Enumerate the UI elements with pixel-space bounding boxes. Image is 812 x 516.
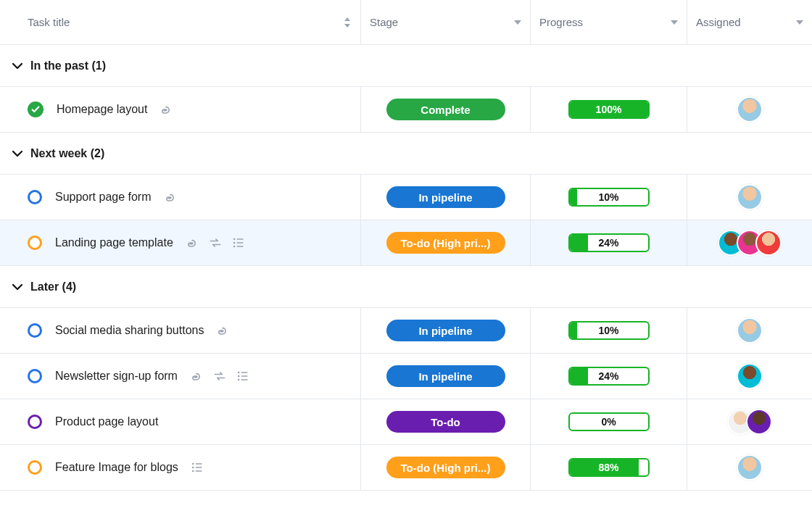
status-circle-icon[interactable]: [28, 236, 42, 250]
task-row[interactable]: Newsletter sign-up form In pipeline 24%: [0, 354, 812, 399]
chevron-down-icon[interactable]: [12, 148, 23, 159]
subtasks-icon: [190, 460, 204, 475]
task-name[interactable]: Social media sharing buttons: [55, 324, 204, 337]
status-circle-icon[interactable]: [28, 323, 42, 338]
task-row[interactable]: Product page layout To-do 0%: [0, 399, 812, 445]
group-label: Later (4): [30, 280, 76, 294]
column-header-title[interactable]: Task title: [0, 0, 361, 44]
task-progress-cell: 100%: [531, 87, 687, 132]
progress-bar[interactable]: 0%: [568, 412, 650, 431]
task-name[interactable]: Support page form: [55, 191, 152, 204]
status-circle-icon[interactable]: [28, 460, 42, 475]
stage-pill[interactable]: In pipeline: [386, 320, 505, 341]
task-row[interactable]: Social media sharing buttons In pipeline…: [0, 308, 812, 354]
assignee-avatars: [737, 363, 763, 389]
progress-bar[interactable]: 10%: [568, 321, 650, 340]
progress-bar[interactable]: 100%: [568, 100, 650, 119]
assignee-avatars: [737, 317, 763, 344]
task-stage-cell: In pipeline: [361, 354, 531, 399]
task-indicator-icons: [185, 236, 246, 250]
caret-down-icon[interactable]: [514, 20, 521, 25]
stage-pill[interactable]: To-do: [386, 411, 505, 433]
task-assigned-cell: [687, 175, 812, 220]
stage-pill[interactable]: To-do (High pri...): [386, 457, 505, 478]
column-header-stage[interactable]: Stage: [361, 0, 531, 44]
avatar[interactable]: [737, 96, 763, 122]
status-circle-icon[interactable]: [28, 415, 42, 429]
task-row[interactable]: Feature Image for blogs To-do (High pri.…: [0, 445, 812, 491]
progress-bar[interactable]: 24%: [568, 233, 650, 252]
task-progress-cell: 88%: [531, 445, 687, 490]
assignee-avatars: [718, 230, 782, 256]
avatar[interactable]: [737, 363, 763, 389]
caret-down-icon[interactable]: [671, 20, 678, 25]
progress-bar[interactable]: 88%: [568, 458, 650, 477]
stage-label: To-do: [431, 416, 460, 428]
caret-down-icon[interactable]: [796, 20, 803, 25]
subtasks-icon: [231, 236, 246, 250]
task-indicator-icons: [163, 190, 178, 204]
progress-bar[interactable]: 10%: [568, 188, 650, 207]
progress-bar[interactable]: 24%: [568, 367, 650, 386]
task-name[interactable]: Homepage layout: [57, 103, 147, 116]
task-row[interactable]: Homepage layout Complete 100%: [0, 87, 812, 133]
group-header[interactable]: Later (4): [0, 266, 812, 308]
task-title-cell: Feature Image for blogs: [0, 445, 361, 490]
task-indicator-icons: [190, 460, 204, 475]
task-name[interactable]: Feature Image for blogs: [55, 461, 178, 474]
group-header[interactable]: In the past (1): [0, 45, 812, 87]
task-name[interactable]: Product page layout: [55, 415, 158, 428]
recurring-icon: [212, 369, 227, 383]
stage-pill[interactable]: To-do (High pri...): [386, 232, 505, 254]
chevron-down-icon[interactable]: [12, 60, 23, 72]
task-title-cell: Homepage layout: [0, 87, 361, 132]
progress-value: 10%: [570, 322, 648, 338]
task-row[interactable]: Support page form In pipeline 10%: [0, 175, 812, 220]
status-circle-icon[interactable]: [28, 190, 42, 204]
progress-value: 88%: [570, 459, 648, 475]
stage-label: In pipeline: [418, 325, 472, 337]
table-header: Task title Stage Progress Assigned: [0, 0, 812, 45]
task-title-cell: Support page form: [0, 175, 361, 220]
avatar[interactable]: [755, 230, 782, 256]
assignee-avatars: [737, 454, 763, 480]
assignee-avatars: [737, 96, 763, 122]
progress-value: 24%: [570, 235, 648, 251]
task-indicator-icons: [159, 102, 173, 117]
task-progress-cell: 24%: [531, 354, 687, 399]
progress-value: 10%: [570, 189, 648, 205]
sort-icon[interactable]: [343, 17, 352, 28]
avatar[interactable]: [737, 454, 763, 480]
chevron-down-icon[interactable]: [12, 281, 23, 293]
group-label: Next week (2): [30, 147, 104, 160]
attachment-icon: [215, 323, 230, 338]
task-stage-cell: Complete: [361, 87, 531, 132]
task-indicator-icons: [215, 323, 230, 338]
stage-pill[interactable]: Complete: [386, 99, 505, 120]
task-name[interactable]: Landing page template: [55, 236, 173, 249]
avatar[interactable]: [737, 184, 763, 210]
task-title-cell: Newsletter sign-up form: [0, 354, 361, 399]
avatar[interactable]: [746, 409, 772, 435]
attachment-icon: [159, 102, 173, 117]
attachment-icon: [185, 236, 199, 250]
column-header-assigned[interactable]: Assigned: [687, 0, 812, 44]
stage-label: To-do (High pri...): [401, 237, 491, 249]
task-assigned-cell: [687, 445, 812, 490]
task-row[interactable]: Landing page template To-do (High pri...…: [0, 220, 812, 266]
task-assigned-cell: [687, 87, 812, 132]
status-complete-icon[interactable]: [28, 101, 44, 117]
task-stage-cell: In pipeline: [361, 175, 531, 220]
avatar[interactable]: [737, 317, 763, 344]
column-header-progress[interactable]: Progress: [531, 0, 687, 44]
stage-pill[interactable]: In pipeline: [386, 186, 505, 208]
status-circle-icon[interactable]: [28, 369, 42, 383]
task-assigned-cell: [687, 399, 812, 444]
assignee-avatars: [737, 184, 763, 210]
stage-pill[interactable]: In pipeline: [386, 365, 505, 387]
stage-label: In pipeline: [418, 191, 472, 204]
task-name[interactable]: Newsletter sign-up form: [55, 370, 178, 383]
task-title-cell: Product page layout: [0, 399, 361, 444]
group-header[interactable]: Next week (2): [0, 133, 812, 175]
task-assigned-cell: [687, 220, 812, 265]
